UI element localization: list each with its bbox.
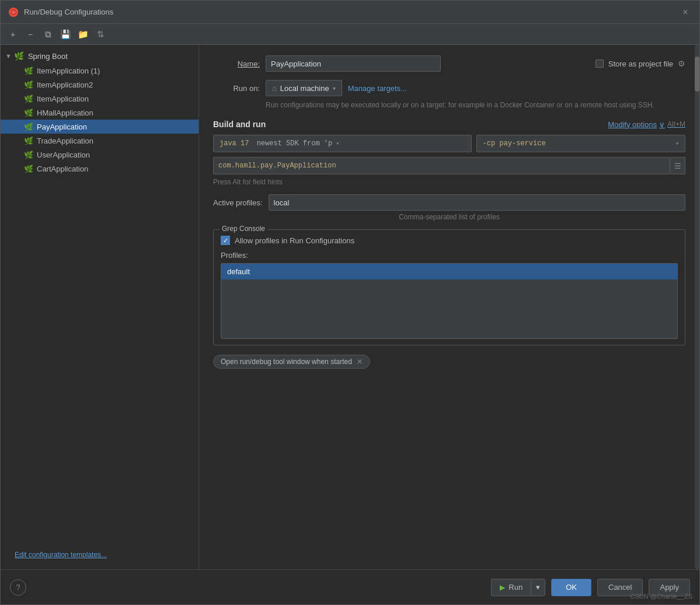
sidebar-item-userapplication[interactable]: 🌿 UserApplication [1,148,198,162]
spring-boot-group-header[interactable]: ▼ 🌿 Spring Boot [1,48,198,64]
build-run-title: Build and run [213,120,266,129]
java-hint-text: newest SDK from 'p [252,139,332,148]
local-machine-label: Local machine [280,84,329,93]
watermark: CSDN @Charlie__ZS [630,593,692,600]
modify-options-chevron-icon: ∨ [659,120,665,129]
dialog-title: Run/Debug Configurations [24,8,678,16]
spring-item-icon: 🌿 [24,80,33,89]
name-row: Name: Store as project file ⚙ [213,55,685,72]
sidebar-item-itemapplication2[interactable]: 🌿 ItemApplication2 [1,78,198,92]
allow-profiles-row: ✓ Allow profiles in Run Configurations [221,236,678,245]
profiles-hint: Comma-separated list of profiles [213,213,685,221]
sidebar-item-itemapplication1[interactable]: 🌿 ItemApplication (1) [1,64,198,78]
run-on-hint-text: Run configurations may be executed local… [266,101,654,109]
run-on-hint: Run configurations may be executed local… [266,100,685,110]
spring-item-icon: 🌿 [24,66,33,75]
dropdown-chevron-icon: ▾ [336,140,339,147]
bottom-bar: ? ▶ Run ▾ OK Cancel Apply [1,569,699,604]
active-profiles-input[interactable] [269,194,685,211]
dropdown-chevron-icon: ▾ [333,85,336,92]
sidebar-item-hmallapplication[interactable]: 🌿 HMallApplication [1,106,198,120]
help-button[interactable]: ? [10,579,26,596]
run-on-label: Run on: [213,84,260,93]
java-version-dropdown[interactable]: java 17 newest SDK from 'p ▾ [213,135,472,152]
sidebar-item-label: PayApplication [37,123,87,131]
sort-config-button[interactable]: ⇅ [93,27,108,42]
manage-targets-link[interactable]: Manage targets... [348,84,407,93]
sidebar-item-label: TradeApplication [37,137,93,145]
close-button[interactable]: × [678,5,692,19]
build-run-header: Build and run Modify options ∨ Alt+M [213,120,685,129]
name-input[interactable] [266,55,441,72]
name-label: Name: [213,60,260,68]
spring-item-icon: 🌿 [24,136,33,145]
modify-options-link[interactable]: Modify options ∨ Alt+M [608,120,685,129]
open-window-tag[interactable]: Open run/debug tool window when started … [213,355,370,369]
store-project-row: Store as project file ⚙ [595,59,685,68]
spring-boot-icon: 🌿 [14,51,25,61]
run-on-row: Run on: ⌂ Local machine ▾ Manage targets… [213,80,685,96]
add-config-button[interactable]: + [5,27,20,42]
active-profiles-row: Active profiles: [213,194,685,211]
main-content: ▼ 🌿 Spring Boot 🌿 ItemApplication (1) 🌿 … [1,45,699,569]
copy-config-button[interactable]: ⧉ [40,27,55,42]
home-icon: ⌂ [272,84,277,93]
field-hint: Press Alt for field hints [213,178,685,186]
sidebar-item-label: ItemApplication (1) [37,67,100,75]
sidebar-item-label: ItemApplication2 [37,81,93,89]
dropdown-chevron-icon: ▾ [675,140,679,147]
sidebar-item-label: UserApplication [37,151,90,159]
sidebar-item-cartapplication[interactable]: 🌿 CartApplication [1,162,198,176]
run-icon: ▶ [500,583,505,592]
sidebar-item-tradeapplication[interactable]: 🌿 TradeApplication [1,134,198,148]
active-profiles-label: Active profiles: [213,198,263,207]
scrollbar-thumb[interactable] [695,57,699,92]
store-project-checkbox[interactable] [595,60,604,68]
gear-icon[interactable]: ⚙ [678,59,685,68]
classpath-dropdown[interactable]: -cp pay-service ▾ [476,135,685,152]
scrollbar[interactable] [695,45,699,569]
run-button[interactable]: ▶ Run [491,579,531,596]
modify-options-label: Modify options [608,120,657,129]
checkmark-icon: ✓ [223,237,228,244]
main-class-row: ☰ [213,157,685,174]
spring-item-icon: 🌿 [24,164,33,173]
local-machine-dropdown[interactable]: ⌂ Local machine ▾ [266,80,342,96]
sidebar-item-payapplication[interactable]: 🌿 PayApplication [1,120,198,134]
profiles-list: default [221,263,678,339]
title-bar: Run/Debug Configurations × [1,1,699,24]
open-window-label: Open run/debug tool window when started [221,358,352,366]
sidebar: ▼ 🌿 Spring Boot 🌿 ItemApplication (1) 🌿 … [1,45,199,569]
config-content: Name: Store as project file ⚙ Run on: ⌂ … [199,45,699,569]
toolbar: + − ⧉ 💾 📁 ⇅ [1,24,699,45]
ok-button[interactable]: OK [551,579,591,596]
store-project-label: Store as project file [608,60,673,68]
profiles-list-item[interactable]: default [221,264,677,279]
classpath-text: -cp pay-service [483,139,546,148]
run-dropdown-button[interactable]: ▾ [531,579,545,596]
edit-templates-link[interactable]: Edit configuration templates... [8,546,114,564]
sidebar-item-itemapplication[interactable]: 🌿 ItemApplication [1,92,198,106]
save-config-button[interactable]: 💾 [58,27,73,42]
group-chevron-icon: ▼ [5,53,12,60]
run-debug-dialog: Run/Debug Configurations × + − ⧉ 💾 📁 ⇅ ▼… [0,0,700,605]
sidebar-item-label: HMallApplication [37,109,93,117]
profiles-list-label: Profiles: [221,251,678,260]
alt-m-hint: Alt+M [667,120,685,128]
spring-item-icon: 🌿 [24,122,33,131]
app-icon [8,6,19,18]
spring-item-icon: 🌿 [24,108,33,117]
remove-config-button[interactable]: − [23,27,38,42]
folder-config-button[interactable]: 📁 [75,27,90,42]
sidebar-item-label: CartApplication [37,165,88,173]
main-class-input[interactable] [213,157,670,174]
tag-close-icon[interactable]: ✕ [357,358,363,366]
grep-console-legend: Grep Console [220,225,267,233]
java-version-text: java 17 [220,139,249,148]
group-label: Spring Boot [28,52,68,61]
run-label: Run [509,583,523,592]
class-browse-icon[interactable]: ☰ [670,157,685,174]
allow-profiles-checkbox[interactable]: ✓ [221,236,230,245]
grep-console-group: Grep Console ✓ Allow profiles in Run Con… [213,229,685,345]
spring-item-icon: 🌿 [24,94,33,103]
